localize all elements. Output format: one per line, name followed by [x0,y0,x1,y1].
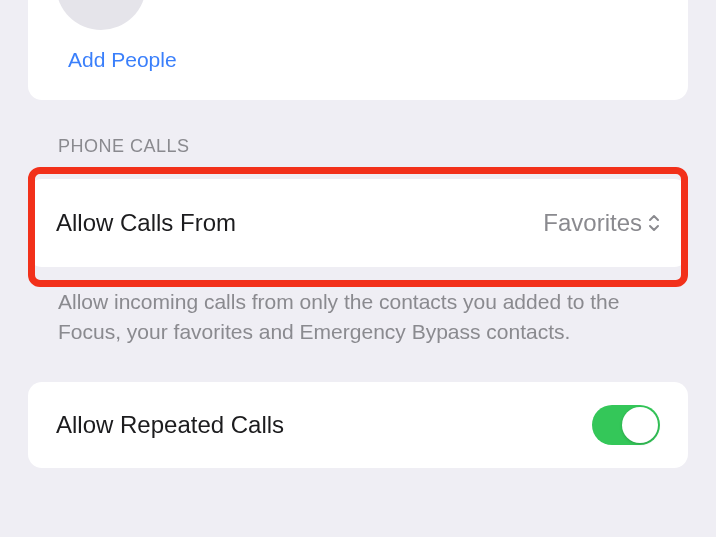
allow-calls-from-label: Allow Calls From [56,209,236,237]
allow-repeated-calls-label: Allow Repeated Calls [56,411,284,439]
allow-calls-from-value-wrap: Favorites [543,209,660,237]
phone-calls-section-header: Phone Calls [58,136,688,157]
allow-repeated-calls-row: Allow Repeated Calls [28,382,688,468]
allow-repeated-calls-toggle[interactable] [592,405,660,445]
updown-chevron-icon [648,214,660,232]
avatar-placeholder [56,0,146,30]
allow-calls-from-row[interactable]: Allow Calls From Favorites [28,179,688,267]
add-people-button[interactable]: Add People [68,48,177,72]
allow-calls-from-value: Favorites [543,209,642,237]
allow-calls-footer-text: Allow incoming calls from only the conta… [58,287,658,348]
toggle-knob [622,407,658,443]
people-card: Add People [28,0,688,100]
